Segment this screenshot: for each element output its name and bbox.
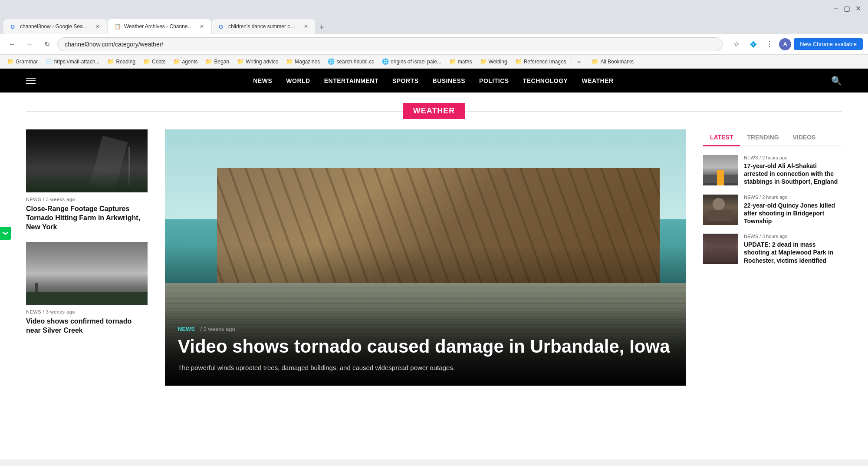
tab-close-active-icon[interactable]: ✕ xyxy=(200,23,204,30)
right-article-2-title[interactable]: 22-year-old Quincy Jones killed after sh… xyxy=(744,202,842,225)
tab-close-icon[interactable]: ✕ xyxy=(95,23,100,30)
nav-entertainment[interactable]: ENTERTAINMENT xyxy=(324,77,378,84)
article-1-meta: NEWS / 3 weeks ago xyxy=(26,197,148,202)
article-1: NEWS / 3 weeks ago Close-Range Footage C… xyxy=(26,129,148,231)
site-nav: NEWS WORLD ENTERTAINMENT SPORTS BUSINESS… xyxy=(253,77,613,84)
tab-dance-camp[interactable]: G children's dance summer camp... ✕ xyxy=(212,19,315,34)
right-panel-tabs: LATEST TRENDING VIDEOS xyxy=(703,129,842,146)
site-search-button[interactable]: 🔍 xyxy=(831,76,842,86)
bookmark-reading[interactable]: 📁 Reading xyxy=(104,57,139,66)
bookmark-welding[interactable]: 📁 Welding xyxy=(477,57,511,66)
dance-favicon-icon: G xyxy=(219,23,225,30)
maximize-btn[interactable]: ▢ xyxy=(844,4,850,13)
right-article-2-thumbnail[interactable] xyxy=(703,195,738,225)
folder-icon-writing: 📁 xyxy=(237,58,244,65)
right-article-1-meta: NEWS / 2 hours ago xyxy=(744,155,842,160)
url-text: channel3now.com/category/weather/ xyxy=(65,41,163,48)
web-icon-hbubli: 🌐 xyxy=(328,58,335,65)
address-bar[interactable]: channel3now.com/category/weather/ xyxy=(57,37,723,51)
bookmark-mail[interactable]: ✉️ https://mail-attach... xyxy=(42,57,103,66)
browser-frame: − ▢ ✕ G channel3now - Google Search ✕ 📋 … xyxy=(0,0,868,69)
extension-icon[interactable]: 💠 xyxy=(746,37,760,51)
article-1-thumbnail[interactable] xyxy=(26,129,148,192)
close-btn[interactable]: ✕ xyxy=(855,4,861,13)
new-tab-button[interactable]: + xyxy=(316,21,328,34)
forward-button[interactable]: → xyxy=(23,37,36,51)
tab-trending[interactable]: TRENDING xyxy=(740,129,786,146)
bookmark-magazines[interactable]: 📁 Magazines xyxy=(283,57,323,66)
bookmark-star-icon[interactable]: ☆ xyxy=(730,37,743,51)
weather-header: WEATHER xyxy=(26,103,842,119)
weather-section: WEATHER NEWS xyxy=(0,103,868,403)
nav-technology[interactable]: TECHNOLOGY xyxy=(523,77,568,84)
nav-weather[interactable]: WEATHER xyxy=(582,77,613,84)
folder-icon-magazines: 📁 xyxy=(286,58,293,65)
nav-world[interactable]: WORLD xyxy=(286,77,310,84)
reload-button[interactable]: ↻ xyxy=(40,37,54,51)
nav-politics[interactable]: POLITICS xyxy=(479,77,509,84)
tab-label-dance: children's dance summer camp... xyxy=(228,23,298,30)
bookmark-hbubli[interactable]: 🌐 search.hbubli.cc xyxy=(324,57,378,66)
chrome-settings-icon[interactable]: ⋮ xyxy=(763,37,776,51)
tab-label: channel3now - Google Search xyxy=(20,23,89,30)
right-article-1-content: NEWS / 2 hours ago 17-year-old Ali Al-Sh… xyxy=(744,155,842,186)
article-1-title[interactable]: Close-Range Footage Captures Tornado Hit… xyxy=(26,205,148,231)
minimize-btn[interactable]: − xyxy=(834,4,838,13)
tab-weather-archives[interactable]: 📋 Weather Archives - Channel3 N... ✕ xyxy=(108,19,211,34)
bookmark-more[interactable]: ›› xyxy=(574,57,585,66)
nav-business[interactable]: BUSINESS xyxy=(433,77,466,84)
folder-icon-reading: 📁 xyxy=(107,58,114,65)
right-column: LATEST TRENDING VIDEOS NEWS xyxy=(703,129,842,386)
right-article-3-meta: NEWS / 3 hours ago xyxy=(744,234,842,239)
bookmark-all[interactable]: 📁 All Bookmarks xyxy=(588,57,637,66)
featured-description: The powerful winds uprooted trees, damag… xyxy=(178,363,673,373)
right-article-3-title[interactable]: UPDATE: 2 dead in mass shooting at Maple… xyxy=(744,241,842,264)
bookmark-origins[interactable]: 🌐 origins of israel pale... xyxy=(378,57,445,66)
weather-line-right xyxy=(465,111,842,112)
right-article-3-thumbnail[interactable] xyxy=(703,234,738,264)
folder-icon-reference: 📁 xyxy=(515,58,522,65)
bookmark-agents[interactable]: 📁 agents xyxy=(170,57,201,66)
weather-badge: WEATHER xyxy=(403,103,466,119)
weather-favicon-icon: 📋 xyxy=(115,23,121,30)
bookmark-maths[interactable]: 📁 maths xyxy=(446,57,476,66)
more-bookmarks-icon: ›› xyxy=(577,58,581,65)
bookmark-grammar[interactable]: 📁 Grammar xyxy=(3,57,41,66)
folder-icon-all: 📁 xyxy=(592,58,598,65)
article-2-title[interactable]: Video shows confirmed tornado near Silve… xyxy=(26,317,148,335)
nav-sports[interactable]: SPORTS xyxy=(392,77,419,84)
nav-icons: ☆ 💠 ⋮ A New Chrome available xyxy=(730,37,863,51)
featured-article[interactable]: NEWS / 2 weeks ago Video shows tornado c… xyxy=(165,129,686,386)
bookmark-began[interactable]: 📁 Began xyxy=(202,57,233,66)
right-article-3: NEWS / 3 hours ago UPDATE: 2 dead in mas… xyxy=(703,234,842,264)
right-article-2: NEWS / 2 hours ago 22-year-old Quincy Jo… xyxy=(703,195,842,225)
right-article-1-title[interactable]: 17-year-old Ali Al-Shakati arrested in c… xyxy=(744,162,842,186)
folder-icon: 📁 xyxy=(7,58,14,65)
tab-label-active: Weather Archives - Channel3 N... xyxy=(124,23,194,30)
new-chrome-button[interactable]: New Chrome available xyxy=(794,38,863,50)
featured-time: / 2 weeks ago xyxy=(200,326,235,332)
bookmarks-bar: 📁 Grammar ✉️ https://mail-attach... 📁 Re… xyxy=(0,55,868,69)
bookmark-reference[interactable]: 📁 Reference Images xyxy=(512,57,570,66)
tab-videos[interactable]: VIDEOS xyxy=(786,129,823,146)
article-2-thumbnail[interactable] xyxy=(26,242,148,305)
nav-news[interactable]: NEWS xyxy=(253,77,272,84)
profile-avatar[interactable]: A xyxy=(779,38,791,50)
tab-close-dance-icon[interactable]: ✕ xyxy=(304,23,308,30)
title-bar: − ▢ ✕ xyxy=(0,0,868,17)
article-2: NEWS / 3 weeks ago Video shows confirmed… xyxy=(26,242,148,335)
featured-overlay: NEWS / 2 weeks ago Video shows tornado c… xyxy=(165,307,686,386)
right-article-1-thumbnail[interactable] xyxy=(703,155,738,185)
bookmark-coats[interactable]: 📁 Coats xyxy=(140,57,169,66)
bookmark-writing[interactable]: 📁 Writing advice xyxy=(233,57,282,66)
back-button[interactable]: ← xyxy=(5,37,19,51)
featured-meta: NEWS / 2 weeks ago xyxy=(178,325,673,336)
center-column: NEWS / 2 weeks ago Video shows tornado c… xyxy=(165,129,686,386)
feedback-tab[interactable]: ❯ xyxy=(0,227,11,240)
tab-latest[interactable]: LATEST xyxy=(703,129,740,146)
tab-google-search[interactable]: G channel3now - Google Search ✕ xyxy=(3,19,107,34)
hamburger-menu-icon[interactable] xyxy=(26,78,36,84)
folder-icon-maths: 📁 xyxy=(449,58,456,65)
featured-title: Video shows tornado caused damage in Urb… xyxy=(178,336,673,357)
bookmark-separator-2 xyxy=(586,58,586,66)
